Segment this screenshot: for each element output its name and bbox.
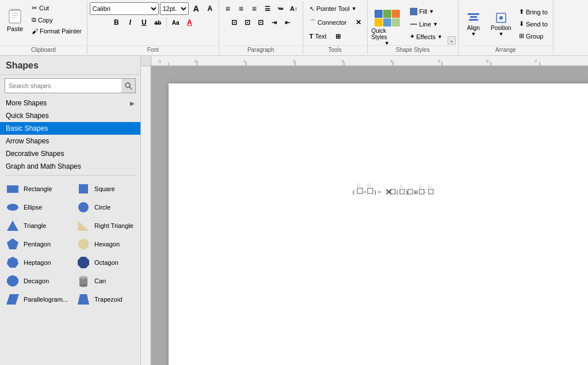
- copy-button[interactable]: ⧉ Copy: [29, 14, 85, 25]
- connector-x-button[interactable]: ✕: [352, 16, 365, 29]
- effects-button[interactable]: ✦ Effects ▼: [407, 31, 445, 42]
- svg-rect-51: [357, 188, 362, 193]
- outdent-button[interactable]: ⇤: [281, 16, 293, 29]
- quick-styles-button[interactable]: Quick Styles ▼: [370, 7, 404, 41]
- shape-label: Trapezoid: [94, 296, 123, 303]
- align-bottom-center-button[interactable]: ⊡: [241, 16, 254, 29]
- sidebar-item-label: Graph and Math Shapes: [6, 162, 81, 170]
- shape-item-parallelogram[interactable]: Parallelogram...: [2, 291, 72, 308]
- svg-text:+: +: [363, 188, 366, 195]
- svg-point-27: [79, 284, 87, 287]
- shape-styles-expand[interactable]: ⌄: [448, 36, 456, 44]
- search-input[interactable]: [5, 81, 121, 90]
- shape-item-square[interactable]: Square: [73, 180, 138, 197]
- pentagon-icon: [6, 238, 19, 250]
- search-box: [5, 78, 136, 93]
- shape-item-circle[interactable]: Circle: [73, 199, 138, 216]
- sidebar-item-more-shapes[interactable]: More Shapes ▶: [0, 97, 140, 109]
- shape-item-hexagon[interactable]: Hexagon: [73, 235, 138, 253]
- can-icon: [77, 275, 90, 287]
- svg-text:□: □: [400, 184, 403, 189]
- text-extra-button[interactable]: ⊞: [332, 30, 345, 43]
- italic-button[interactable]: I: [124, 16, 136, 29]
- svg-rect-60: [400, 189, 404, 194]
- underline-button[interactable]: U: [138, 16, 150, 29]
- page-canvas[interactable]: ( □ + □ ) = ✕ (: [151, 66, 588, 365]
- svg-text:□: □: [429, 184, 432, 189]
- font-shrink-button[interactable]: A: [204, 2, 216, 15]
- shape-item-octagon[interactable]: Octagon: [73, 254, 138, 271]
- sidebar-item-quick-shapes[interactable]: Quick Shapes: [0, 109, 140, 122]
- svg-point-12: [125, 83, 130, 88]
- text-size-up-button[interactable]: A↑: [288, 2, 300, 15]
- cut-button[interactable]: ✂ Cut: [29, 2, 85, 14]
- align-button[interactable]: Align ▼: [461, 7, 486, 41]
- arrange-col-1: Align ▼: [461, 7, 486, 41]
- format-painter-button[interactable]: 🖌 Format Painter: [29, 26, 85, 36]
- line-button[interactable]: Line ▼: [407, 18, 445, 30]
- numbered-list-button[interactable]: ≔: [274, 2, 287, 15]
- connector-button[interactable]: ⌒ Connector: [306, 16, 351, 29]
- group-button[interactable]: ⊞ Group: [516, 31, 551, 41]
- align-bottom-left-button[interactable]: ⊡: [228, 16, 240, 29]
- shape-item-trapezoid[interactable]: Trapezoid: [73, 291, 138, 308]
- shape-item-heptagon[interactable]: Heptagon: [2, 254, 72, 271]
- octagon-icon: [77, 256, 90, 269]
- align-center-button[interactable]: ≡: [235, 2, 247, 15]
- pointer-tool-button[interactable]: ↖ Pointer Tool ▼: [306, 2, 361, 15]
- scissors-icon: ✂: [32, 4, 37, 12]
- font-color-button[interactable]: A: [183, 16, 196, 29]
- shape-item-pentagon[interactable]: Pentagon: [2, 235, 72, 253]
- svg-text:⊞: ⊞: [414, 189, 418, 195]
- svg-text:) =: ) =: [374, 188, 381, 196]
- send-to-button[interactable]: ⬇ Send to: [516, 18, 551, 29]
- styles-side: Fill ▼ Line ▼ ✦ Effects ▼: [407, 6, 445, 42]
- shape-label: Right Triangle: [94, 222, 133, 229]
- shape-item-rectangle[interactable]: Rectangle: [2, 180, 72, 197]
- sidebar-item-decorative-shapes[interactable]: Decorative Shapes: [0, 147, 140, 160]
- font-grow-button[interactable]: A: [190, 2, 203, 15]
- svg-marker-19: [78, 220, 89, 231]
- text-tool-button[interactable]: T Text: [306, 30, 331, 43]
- shape-item-right-triangle[interactable]: Right Triangle: [73, 217, 138, 234]
- shape-label: Ellipse: [24, 204, 42, 211]
- position-button[interactable]: Position ▼: [488, 7, 514, 41]
- shape-item-decagon[interactable]: Decagon: [2, 272, 72, 290]
- equation-text: ( □ + □ ) = ✕ (: [353, 181, 445, 204]
- align-right-button[interactable]: ≡: [248, 2, 261, 15]
- paste-button[interactable]: Paste: [2, 2, 28, 37]
- svg-rect-4: [12, 17, 16, 18]
- paste-label: Paste: [7, 25, 23, 32]
- svg-text:✕: ✕: [385, 187, 392, 197]
- svg-point-11: [499, 16, 503, 20]
- svg-marker-23: [78, 257, 89, 268]
- align-left-button[interactable]: ≡: [222, 2, 234, 15]
- canvas-area: -1 0 1 2 3 4 5 6 7: [141, 56, 588, 365]
- font-size-select[interactable]: 12pt.: [160, 2, 189, 15]
- shape-label: Circle: [94, 204, 110, 211]
- sidebar-item-graph-math-shapes[interactable]: Graph and Math Shapes: [0, 160, 140, 173]
- font-family-select[interactable]: Calibri: [90, 2, 159, 15]
- arrange-col-2: Position ▼: [488, 7, 514, 41]
- sidebar-item-arrow-shapes[interactable]: Arrow Shapes: [0, 135, 140, 147]
- connector-icon: ⌒: [310, 18, 316, 27]
- bring-to-button[interactable]: ⬆ Bring to: [516, 6, 551, 17]
- fill-button[interactable]: Fill ▼: [407, 6, 445, 17]
- strikethrough-button[interactable]: ab: [151, 16, 164, 29]
- bullet-list-button[interactable]: ☰: [261, 2, 274, 15]
- svg-text:3: 3: [341, 59, 344, 64]
- paragraph-label: Paragraph: [222, 45, 300, 53]
- shape-label: Heptagon: [24, 259, 51, 266]
- indent-button[interactable]: ⇥: [268, 16, 280, 29]
- shape-item-ellipse[interactable]: Ellipse: [2, 199, 72, 216]
- svg-marker-28: [6, 294, 19, 305]
- svg-text:□: □: [368, 183, 371, 188]
- align-bottom-right-button[interactable]: ⊡: [254, 16, 267, 29]
- shape-item-triangle[interactable]: Triangle: [2, 217, 72, 234]
- search-button[interactable]: [121, 79, 135, 93]
- shape-item-can[interactable]: Can: [73, 272, 138, 290]
- bold-button[interactable]: B: [110, 16, 123, 29]
- sidebar-item-basic-shapes[interactable]: Basic Shapes: [0, 122, 140, 135]
- font-case-button[interactable]: Aa: [169, 16, 182, 29]
- sidebar-item-label: Decorative Shapes: [6, 150, 64, 158]
